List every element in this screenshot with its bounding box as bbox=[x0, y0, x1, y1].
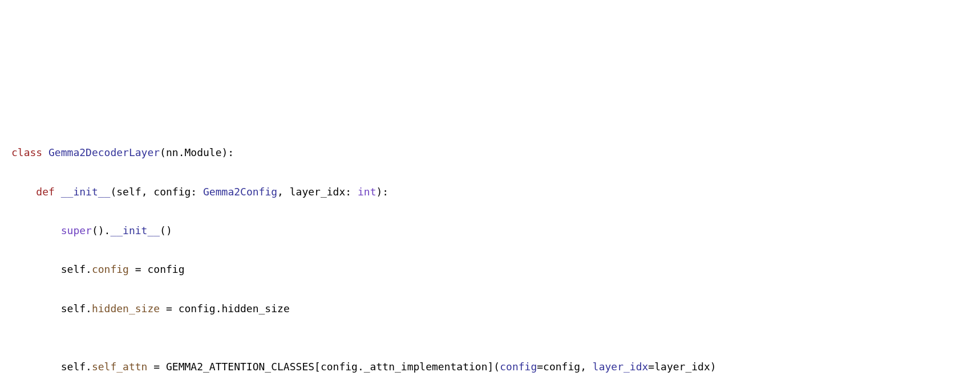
function-name: __init__ bbox=[61, 186, 111, 198]
keyword-def: def bbox=[36, 186, 55, 198]
code-line-2: def __init__(self, config: Gemma2Config,… bbox=[11, 182, 969, 202]
code-block: class Gemma2DecoderLayer(nn.Module): def… bbox=[11, 124, 969, 376]
code-line-5: self.hidden_size = config.hidden_size bbox=[11, 299, 969, 318]
class-name: Gemma2DecoderLayer bbox=[48, 146, 160, 158]
keyword-class: class bbox=[11, 146, 42, 158]
code-line-1: class Gemma2DecoderLayer(nn.Module): bbox=[11, 143, 969, 162]
code-line-4: self.config = config bbox=[11, 260, 969, 279]
code-line-3: super().__init__() bbox=[11, 221, 969, 240]
code-line-7: self.self_attn = GEMMA2_ATTENTION_CLASSE… bbox=[11, 357, 969, 376]
